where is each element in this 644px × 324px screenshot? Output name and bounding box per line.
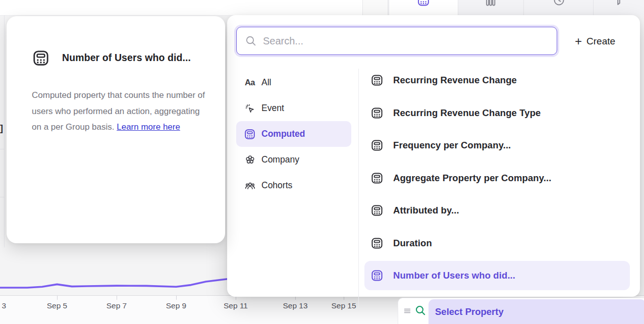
property-item[interactable]: Attributed by... — [364, 196, 630, 225]
property-picker-panel: + Create Aa All Event Computed — [227, 15, 640, 297]
tooltip-title: Number of Users who did... — [62, 52, 213, 64]
tab-divider — [593, 0, 594, 15]
axis-label: Sep 7 — [96, 301, 137, 310]
axis-label: Sep 9 — [156, 301, 196, 310]
search-box[interactable] — [236, 27, 557, 55]
tab-divider — [523, 0, 524, 15]
property-label: Frequency per Company... — [393, 140, 511, 151]
company-flower-icon — [244, 154, 256, 166]
property-item[interactable]: Duration — [364, 229, 630, 258]
search-input[interactable] — [262, 35, 557, 47]
tab-table-view[interactable] — [389, 0, 458, 15]
create-button-label: Create — [586, 36, 615, 47]
search-icon — [245, 35, 257, 47]
screen: ] Sep 3 Sep 5 Sep 7 Sep 9 Sep 11 Sep 13 … — [0, 0, 644, 324]
select-property-dropdown[interactable]: Select Property — [428, 299, 644, 324]
property-label: Aggregate Property per Company... — [393, 173, 551, 184]
category-label: Company — [261, 154, 299, 165]
plus-icon: + — [575, 35, 582, 47]
calculator-icon — [370, 172, 384, 185]
calculator-icon — [370, 204, 384, 217]
history-icon — [552, 0, 565, 7]
calculator-icon — [370, 237, 384, 250]
view-tab-bar — [388, 0, 644, 15]
category-item-all[interactable]: Aa All — [236, 70, 351, 95]
funnel-icon — [612, 0, 626, 7]
axis-label: Sep 3 — [0, 301, 16, 310]
category-item-event[interactable]: Event — [236, 95, 351, 121]
property-item-selected[interactable]: Number of Users who did... — [364, 261, 630, 290]
property-label: Recurring Revenue Change Type — [393, 107, 541, 119]
learn-more-link[interactable]: Learn more here — [117, 122, 180, 132]
calculator-icon — [244, 128, 256, 140]
calculator-icon — [370, 74, 384, 87]
category-label: Event — [261, 103, 284, 114]
clipped-text-fragment: ] — [0, 123, 7, 134]
property-item[interactable]: Recurring Revenue Change — [364, 66, 630, 95]
category-item-cohorts[interactable]: Cohorts — [236, 173, 351, 198]
top-header-strip — [0, 0, 363, 16]
panel-divider — [358, 69, 359, 310]
tab-history-view[interactable] — [524, 0, 593, 15]
query-builder-row: Select Property — [398, 298, 644, 324]
aa-icon: Aa — [244, 77, 256, 89]
property-label: Number of Users who did... — [393, 270, 515, 281]
property-tooltip-card: Number of Users who did... Computed prop… — [7, 16, 225, 243]
search-icon — [414, 304, 426, 316]
create-button[interactable]: + Create — [572, 32, 632, 51]
property-item[interactable]: Aggregate Property per Company... — [364, 164, 630, 193]
calculator-icon — [370, 269, 384, 282]
background-row-border — [0, 197, 4, 197]
property-list: Recurring Revenue Change Recurring Reven… — [364, 66, 630, 294]
tooltip-description: Computed property that counts the number… — [32, 87, 209, 135]
category-list: Aa All Event Computed Company — [236, 70, 351, 198]
property-item[interactable]: Recurring Revenue Change Type — [364, 98, 630, 128]
axis-label: Sep 13 — [275, 301, 315, 310]
property-label: Duration — [393, 238, 432, 249]
bar-chart-icon — [484, 0, 497, 7]
axis-label: Sep 15 — [324, 301, 364, 310]
calculator-icon — [417, 0, 431, 7]
cohorts-people-icon — [244, 180, 256, 192]
calculator-icon — [32, 49, 50, 67]
select-property-label: Select Property — [435, 306, 504, 317]
calculator-icon — [370, 139, 384, 152]
category-label: Computed — [261, 129, 305, 139]
category-item-computed[interactable]: Computed — [236, 121, 351, 147]
category-item-company[interactable]: Company — [236, 147, 351, 173]
property-item[interactable]: Frequency per Company... — [364, 131, 630, 160]
category-label: Cohorts — [261, 180, 292, 191]
tab-funnel-view[interactable] — [594, 0, 644, 15]
top-header-gap — [363, 0, 388, 15]
cursor-sparkle-icon — [244, 102, 256, 115]
calculator-icon — [370, 106, 384, 120]
property-label: Recurring Revenue Change — [393, 75, 517, 86]
drag-handle-icon[interactable] — [403, 307, 411, 315]
property-label: Attributed by... — [393, 205, 459, 216]
background-row-border — [0, 149, 4, 149]
tab-chart-view[interactable] — [457, 0, 523, 15]
axis-label: Sep 5 — [37, 301, 77, 310]
axis-label: Sep 11 — [216, 301, 256, 310]
category-label: All — [261, 77, 271, 88]
